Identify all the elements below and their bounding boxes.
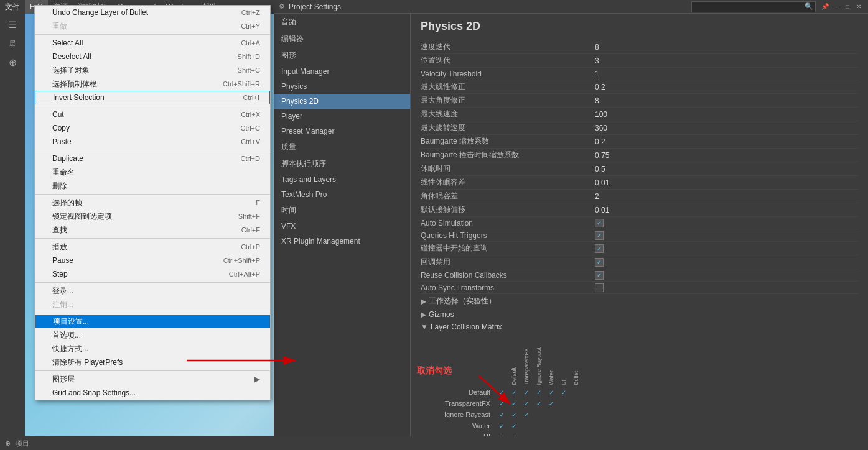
section-job-options[interactable]: ▶ 工作选择（实验性） xyxy=(421,294,858,308)
cell-ignoreraycast-ignoreraycast[interactable]: ✓ xyxy=(520,409,533,420)
cell-ui-default[interactable]: ✓ xyxy=(495,431,508,436)
menu-deselect-all[interactable]: Deselect All Shift+D xyxy=(35,50,270,63)
row-reuse-collision-callbacks: Reuse Collision Callbacks ✓ xyxy=(421,269,858,282)
auto-sync-transforms-checkbox[interactable]: □ xyxy=(595,283,604,292)
menu-pause[interactable]: Pause Ctrl+Shift+P xyxy=(35,254,270,267)
close-button[interactable]: ✕ xyxy=(854,2,863,11)
project-settings-window: ⚙ Project Settings 🔍 📌 — □ ✕ 音频 编辑器 图形 I… xyxy=(274,0,868,436)
sidebar-item-time[interactable]: 时间 xyxy=(274,202,410,219)
queries-start-colliders-checkbox[interactable]: ✓ xyxy=(595,244,604,253)
col-label-bullet: Bullet xyxy=(573,371,579,385)
sidebar-item-graphics[interactable]: 图形 xyxy=(274,47,410,64)
menu-logout: 注销... xyxy=(35,298,270,311)
cell-ignoreraycast-water[interactable] xyxy=(533,409,545,420)
queries-hit-triggers-checkbox[interactable]: ✓ xyxy=(595,231,604,240)
sidebar-item-input-manager[interactable]: Input Manager xyxy=(274,64,410,79)
cell-ui-ignoreraycast[interactable] xyxy=(520,431,533,436)
menu-cut[interactable]: Cut Ctrl+X xyxy=(35,108,270,121)
menu-select-all[interactable]: Select All Ctrl+A xyxy=(35,36,270,50)
row-queries-hit-triggers: Queries Hit Triggers ✓ xyxy=(421,229,858,242)
menu-invert-selection[interactable]: Invert Selection Ctrl+I xyxy=(35,91,270,104)
annotation-cancel-check: 取消勾选 xyxy=(417,365,452,377)
row-callback-disable: 回调禁用 ✓ xyxy=(421,255,858,269)
titlebar: ⚙ Project Settings 🔍 📌 — □ ✕ xyxy=(274,0,868,14)
sidebar-item-player[interactable]: Player xyxy=(274,109,410,124)
col-label-ignore-raycast: Ignore Raycast xyxy=(536,347,542,385)
menu-rename[interactable]: 重命名 xyxy=(35,165,270,179)
menu-copy[interactable]: Copy Ctrl+C xyxy=(35,121,270,135)
cell-water-ignoreraycast[interactable] xyxy=(520,420,533,431)
cell-water-bullet[interactable] xyxy=(558,420,570,431)
sidebar-item-tags-layers[interactable]: Tags and Layers xyxy=(274,172,410,187)
annotation-arrow-1 xyxy=(180,351,305,370)
maximize-button[interactable]: □ xyxy=(843,2,852,11)
hand-tool-icon[interactable]: ☰ xyxy=(2,16,22,34)
cell-ignoreraycast-ui[interactable] xyxy=(545,409,558,420)
search-input[interactable] xyxy=(691,1,816,12)
menu-graphics-tier[interactable]: 图形层 ▶ xyxy=(35,372,270,386)
menu-paste[interactable]: Paste Ctrl+V xyxy=(35,135,270,149)
row-angular-sleep-tolerance: 角休眠容差 2 xyxy=(421,190,858,203)
cell-ui-transparentfx[interactable]: ✓ xyxy=(508,431,520,436)
sidebar-item-xr[interactable]: XR Plugin Management xyxy=(274,234,410,249)
menu-undo[interactable]: Undo Change Layer of Bullet Ctrl+Z xyxy=(35,6,270,19)
sidebar-item-vfx[interactable]: VFX xyxy=(274,219,410,234)
menu-delete[interactable]: 删除 xyxy=(35,179,270,193)
cell-ignoreraycast-transparentfx[interactable]: ✓ xyxy=(508,409,520,420)
menu-select-children[interactable]: 选择子对象 Shift+C xyxy=(35,63,270,77)
pin-button[interactable]: 📌 xyxy=(821,2,829,11)
sidebar-item-textmesh[interactable]: TextMesh Pro xyxy=(274,187,410,202)
menu-lock-view[interactable]: 锁定视图到选定项 Shift+F xyxy=(35,209,270,223)
statusbar: ⊕ 项目 xyxy=(0,436,868,450)
sidebar-item-script-order[interactable]: 脚本执行顺序 xyxy=(274,155,410,172)
menu-preferences[interactable]: 首选项... xyxy=(35,328,270,342)
cell-ignoreraycast-bullet[interactable] xyxy=(558,409,570,420)
menu-project-settings[interactable]: 项目设置... xyxy=(35,315,270,328)
cell-water-ui[interactable] xyxy=(545,420,558,431)
cell-default-water[interactable]: ✓ xyxy=(533,387,545,398)
menu-step[interactable]: Step Ctrl+Alt+P xyxy=(35,267,270,281)
cell-transparentfx-bullet[interactable] xyxy=(558,398,570,409)
menu-redo: 重做 Ctrl+Y xyxy=(35,19,270,33)
reuse-collision-callbacks-checkbox[interactable]: ✓ xyxy=(595,271,604,280)
menu-frame-selected[interactable]: 选择的帧 F xyxy=(35,196,270,209)
cell-ignoreraycast-default[interactable]: ✓ xyxy=(495,409,508,420)
cell-transparentfx-water[interactable]: ✓ xyxy=(533,398,545,409)
sidebar-item-editor[interactable]: 编辑器 xyxy=(274,30,410,47)
cell-default-ui[interactable]: ✓ xyxy=(545,387,558,398)
chevron-down-icon: ▼ xyxy=(421,323,428,331)
sidebar-item-audio[interactable]: 音频 xyxy=(274,14,410,30)
sidebar-item-physics2d[interactable]: Physics 2D xyxy=(274,94,410,109)
menu-select-prefab-root[interactable]: 选择预制体根 Ctrl+Shift+R xyxy=(35,77,270,91)
col-label-transparentfx: TransparentFX xyxy=(523,348,530,385)
cell-ui-ui[interactable] xyxy=(545,431,558,436)
menu-grid-snap[interactable]: Grid and Snap Settings... xyxy=(35,386,270,400)
ps-body: 音频 编辑器 图形 Input Manager Physics Physics … xyxy=(274,14,868,436)
add-tool[interactable]: ⊕ xyxy=(2,53,22,71)
cell-default-bullet[interactable]: ✓ xyxy=(558,387,570,398)
callback-disable-checkbox[interactable]: ✓ xyxy=(595,258,604,267)
menu-login[interactable]: 登录... xyxy=(35,284,270,298)
statusbar-text: 项目 xyxy=(16,439,29,448)
menu-file[interactable]: 文件 xyxy=(0,0,25,14)
menu-find[interactable]: 查找 Ctrl+F xyxy=(35,223,270,237)
cell-ui-water[interactable] xyxy=(533,431,545,436)
cell-water-transparentfx[interactable]: ✓ xyxy=(508,420,520,431)
minimize-button[interactable]: — xyxy=(832,2,841,11)
menu-duplicate[interactable]: Duplicate Ctrl+D xyxy=(35,152,270,165)
gear-icon: ⚙ xyxy=(279,2,285,11)
context-menu: Undo Change Layer of Bullet Ctrl+Z 重做 Ct… xyxy=(34,5,271,400)
sidebar-item-physics[interactable]: Physics xyxy=(274,79,410,94)
auto-simulation-checkbox[interactable]: ✓ xyxy=(595,219,604,227)
cell-water-default[interactable]: ✓ xyxy=(495,420,508,431)
sidebar-item-quality[interactable]: 质量 xyxy=(274,139,410,155)
section-gizmos[interactable]: ▶ Gizmos xyxy=(421,308,858,321)
section-layer-collision-matrix[interactable]: ▼ Layer Collision Matrix xyxy=(421,321,858,333)
cell-transparentfx-ui[interactable]: ✓ xyxy=(545,398,558,409)
sidebar-item-preset-manager[interactable]: Preset Manager xyxy=(274,124,410,139)
layer-label: 层 xyxy=(2,35,22,52)
row-queries-start-in-colliders: 碰撞器中开始的查询 ✓ xyxy=(421,242,858,255)
menu-play[interactable]: 播放 Ctrl+P xyxy=(35,240,270,254)
cell-ui-bullet[interactable] xyxy=(558,431,570,436)
cell-water-water[interactable] xyxy=(533,420,545,431)
